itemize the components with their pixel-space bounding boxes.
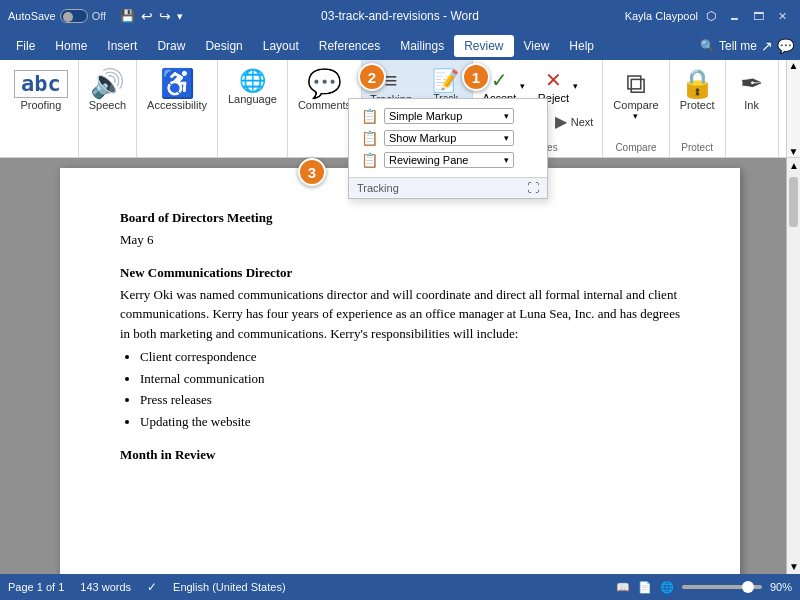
comments-icon: 💬 xyxy=(307,70,342,98)
ink-icon: ✒ xyxy=(740,70,763,98)
scroll-thumb[interactable] xyxy=(789,177,798,227)
simple-markup-label: Simple Markup xyxy=(389,110,462,122)
language-button[interactable]: 🌐 Language xyxy=(222,66,283,109)
doc-scrollbar-v[interactable]: ▲ ▼ xyxy=(786,158,800,574)
menu-help[interactable]: Help xyxy=(559,35,604,57)
zoom-slider[interactable] xyxy=(682,585,762,589)
ink-label: Ink xyxy=(744,99,759,111)
autosave-switch[interactable] xyxy=(60,9,88,23)
ink-group-label xyxy=(730,151,774,157)
autosave-label: AutoSave xyxy=(8,10,56,22)
tell-me-box[interactable]: Tell me xyxy=(719,39,757,53)
ribbon-group-accessibility: ♿ Accessibility xyxy=(137,60,218,157)
title-bar-right: Kayla Claypool ⬡ 🗕 🗖 ✕ xyxy=(596,6,792,26)
accessibility-icon: ♿ xyxy=(160,70,195,98)
heading-board: Board of Directors Meeting xyxy=(120,208,680,228)
menu-draw[interactable]: Draw xyxy=(147,35,195,57)
language-label: Language xyxy=(228,93,277,105)
close-button[interactable]: ✕ xyxy=(772,6,792,26)
list-item: Updating the website xyxy=(140,412,680,432)
speech-icon: 🔊 xyxy=(90,70,125,98)
menu-home[interactable]: Home xyxy=(45,35,97,57)
maximize-button[interactable]: 🗖 xyxy=(748,6,768,26)
simple-markup-option[interactable]: 📋 Simple Markup ▾ xyxy=(355,105,541,127)
share-ribbon-icon[interactable]: ↗ xyxy=(761,38,773,54)
annotation-1: 1 xyxy=(462,63,490,91)
view-print-btn[interactable]: 📄 xyxy=(638,581,652,594)
document-page[interactable]: Board of Directors Meeting May 6 New Com… xyxy=(60,168,740,574)
quick-access-more[interactable]: ▾ xyxy=(177,10,183,23)
ribbon-group-speech: 🔊 Speech xyxy=(79,60,137,157)
ribbon-scroll-up[interactable]: ▲ xyxy=(789,60,799,71)
show-markup-select[interactable]: Show Markup ▾ xyxy=(384,130,514,146)
word-count: 143 words xyxy=(80,581,131,593)
simple-markup-arrow: ▾ xyxy=(504,111,509,121)
ribbon-group-language: 🌐 Language xyxy=(218,60,288,157)
list-item: Client correspondence xyxy=(140,347,680,367)
view-web-btn[interactable]: 🌐 xyxy=(660,581,674,594)
reject-arrow[interactable]: ▾ xyxy=(573,81,578,91)
proofing-top: abc Proofing xyxy=(8,60,74,151)
reviewing-pane-select[interactable]: Reviewing Pane ▾ xyxy=(384,152,514,168)
protect-button[interactable]: 🔒 Protect xyxy=(674,66,721,115)
proofing-button[interactable]: abc Proofing xyxy=(8,66,74,115)
protect-icon: 🔒 xyxy=(680,70,715,98)
compare-button[interactable]: ⧉ Compare ▾ xyxy=(607,66,664,125)
redo-icon[interactable]: ↪ xyxy=(159,8,171,24)
speech-button[interactable]: 🔊 Speech xyxy=(83,66,132,115)
reviewing-pane-option[interactable]: 📋 Reviewing Pane ▾ xyxy=(355,149,541,171)
status-bar-right: 📖 📄 🌐 90% xyxy=(616,581,792,594)
show-markup-icon: 📋 xyxy=(361,130,378,146)
section-communications: New Communications Director Kerry Oki wa… xyxy=(120,263,680,431)
menu-review[interactable]: Review xyxy=(454,35,513,57)
comments-ribbon-icon[interactable]: 💬 xyxy=(777,38,794,54)
menu-view[interactable]: View xyxy=(514,35,560,57)
window-controls: 🗕 🗖 ✕ xyxy=(724,6,792,26)
menu-layout[interactable]: Layout xyxy=(253,35,309,57)
month-title: Month in Review xyxy=(120,445,680,465)
menu-design[interactable]: Design xyxy=(195,35,252,57)
zoom-thumb[interactable] xyxy=(742,581,754,593)
accept-arrow[interactable]: ▾ xyxy=(520,81,525,91)
show-markup-label: Show Markup xyxy=(389,132,456,144)
scroll-down-arrow[interactable]: ▼ xyxy=(787,559,800,574)
protect-group-label: Protect xyxy=(674,140,721,157)
autosave-state: Off xyxy=(92,10,106,22)
accessibility-label: Accessibility xyxy=(147,99,207,111)
ribbon-group-proofing: abc Proofing xyxy=(4,60,79,157)
share-icon[interactable]: ⬡ xyxy=(706,9,716,23)
show-markup-option[interactable]: 📋 Show Markup ▾ xyxy=(355,127,541,149)
view-read-btn[interactable]: 📖 xyxy=(616,581,630,594)
menu-references[interactable]: References xyxy=(309,35,390,57)
save-icon[interactable]: 💾 xyxy=(120,9,135,23)
ink-button[interactable]: ✒ Ink xyxy=(730,66,774,115)
speech-label: Speech xyxy=(89,99,126,111)
language-status[interactable]: English (United States) xyxy=(173,581,286,593)
simple-markup-select[interactable]: Simple Markup ▾ xyxy=(384,108,514,124)
next-icon: ▶ xyxy=(555,112,567,131)
autosave-toggle[interactable]: AutoSave Off xyxy=(8,9,106,23)
window-title: 03-track-and-revisions - Word xyxy=(204,9,596,23)
page-info: Page 1 of 1 xyxy=(8,581,64,593)
language-icon: 🌐 xyxy=(239,70,266,92)
accessibility-button[interactable]: ♿ Accessibility xyxy=(141,66,213,115)
menu-insert[interactable]: Insert xyxy=(97,35,147,57)
menu-file[interactable]: File xyxy=(6,35,45,57)
section-month: Month in Review xyxy=(120,445,680,465)
undo-icon[interactable]: ↩ xyxy=(141,8,153,24)
title-bar: AutoSave Off 💾 ↩ ↪ ▾ 03-track-and-revisi… xyxy=(0,0,800,32)
ribbon-scrollbar[interactable]: ▲ ▼ xyxy=(786,60,800,157)
dropdown-expand-icon[interactable]: ⛶ xyxy=(527,181,539,195)
menu-mailings[interactable]: Mailings xyxy=(390,35,454,57)
section-body: Kerry Oki was named communications direc… xyxy=(120,285,680,344)
status-bar: Page 1 of 1 143 words ✓ English (United … xyxy=(0,574,800,600)
minimize-button[interactable]: 🗕 xyxy=(724,6,744,26)
proofing-label: Proofing xyxy=(20,99,61,111)
next-button[interactable]: ▶ Next xyxy=(550,110,599,133)
date-line: May 6 xyxy=(120,230,680,250)
user-profile[interactable]: Kayla Claypool xyxy=(625,10,698,22)
bullet-list: Client correspondence Internal communica… xyxy=(140,347,680,431)
scroll-up-arrow[interactable]: ▲ xyxy=(787,158,800,173)
ribbon-scroll-down[interactable]: ▼ xyxy=(789,146,799,157)
section-board: Board of Directors Meeting May 6 xyxy=(120,208,680,249)
